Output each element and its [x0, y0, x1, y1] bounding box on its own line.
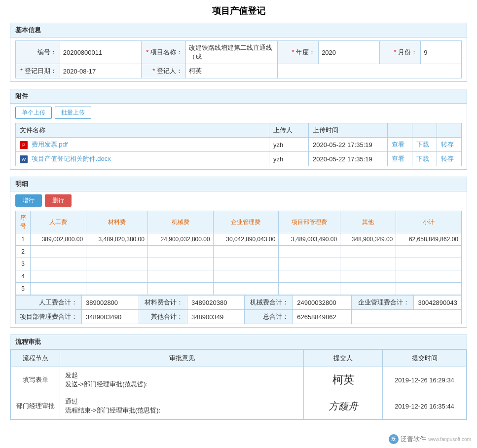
label-sum-xiangmubguanlifei: 项目部管理费合计： — [16, 310, 82, 324]
col-xiaoji: 小计 — [396, 211, 462, 233]
detail-cell-xiaoji-2 — [396, 246, 462, 258]
word-icon: W — [20, 155, 28, 163]
detail-cell-jixiefei-2 — [147, 246, 213, 258]
value-sum-jixiefei: 24900032800 — [293, 296, 351, 310]
detail-cell-xiangmubguanlifei-5 — [279, 283, 340, 295]
detail-cell-seq-3: 3 — [16, 258, 31, 270]
detail-cell-qita-3 — [340, 258, 396, 270]
flow-node-1: 填写表单 — [11, 367, 60, 393]
file-pdf-name: P 费用发票.pdf — [16, 138, 269, 152]
detail-cell-cailiaofei-3 — [86, 258, 148, 270]
attach-row-docx: W 项目产值登记相关附件.docx yzh 2020-05-22 17:35:1… — [16, 152, 462, 166]
value-sum-xiangmubguanlifei: 3489003490 — [82, 310, 139, 324]
detail-cell-qita-2 — [340, 246, 396, 258]
detail-cell-xiaoji-4 — [396, 270, 462, 283]
attachment-table: 文件名称 上传人 上传时间 P 费用发票.pdf yzh 2020-05-22 … — [15, 123, 462, 166]
detail-cell-rengongfei-5 — [31, 283, 86, 295]
value-yuefen: 9 — [421, 41, 462, 64]
flow-opinion-2-line2: 流程结束->部门经理审批(范思哲): — [65, 406, 298, 415]
col-filename: 文件名称 — [16, 123, 269, 138]
summary-row-1: 人工费合计： 389002800 材料费合计： 3489020380 机械费合计… — [16, 296, 462, 310]
col-download — [412, 123, 437, 138]
detail-row-1: 1389,002,800.003,489,020,380.0024,900,03… — [16, 233, 462, 246]
label-djrq: * 登记日期： — [16, 64, 60, 78]
flow-table: 流程节点 审批意见 提交人 提交时间 填写表单 发起 发送->部门经理审批(范思… — [10, 349, 467, 419]
view-link-docx[interactable]: 查看 — [392, 155, 404, 162]
value-sum-qiyeguanlifei: 30042890043 — [414, 296, 462, 310]
detail-cell-seq-1: 1 — [16, 233, 31, 246]
col-view — [388, 123, 412, 138]
required-niandu: * — [292, 48, 294, 56]
detail-cell-xiangmubguanlifei-1: 3,489,003,490.00 — [279, 233, 340, 246]
attachment-body: 单个上传 批量上传 文件名称 上传人 上传时间 P 费用发票.pdf — [10, 104, 467, 169]
value-sum-qita: 348900349 — [187, 310, 245, 324]
basic-info-header: 基本信息 — [10, 23, 467, 37]
single-upload-button[interactable]: 单个上传 — [15, 107, 52, 119]
label-djr: * 登记人： — [142, 64, 186, 78]
save-link-pdf[interactable]: 转存 — [441, 141, 454, 148]
file-docx-save[interactable]: 转存 — [437, 152, 462, 166]
basic-info-section: 基本信息 编号： 20200800011 * 项目名称： 改建铁路线增建第二线直… — [10, 23, 467, 82]
add-row-button[interactable]: 增行 — [15, 194, 42, 207]
label-bianhao: 编号： — [16, 41, 60, 64]
brand-icon: 泛 — [389, 434, 399, 437]
attach-row-pdf: P 费用发票.pdf yzh 2020-05-22 17:35:19 查看 下载… — [16, 138, 462, 152]
empty-cell — [278, 64, 462, 78]
file-docx-time: 2020-05-22 17:35:19 — [309, 152, 388, 166]
detail-buttons-bar: 增行 删行 — [15, 194, 462, 207]
save-link-docx[interactable]: 转存 — [441, 155, 454, 162]
label-sum-rengongfei: 人工费合计： — [16, 296, 82, 310]
download-link-pdf[interactable]: 下载 — [416, 141, 429, 148]
label-sum-qiyeguanlifei: 企业管理费合计： — [351, 296, 414, 310]
flow-row-2: 部门经理审批 通过 流程结束->部门经理审批(范思哲): 方馥舟 2019-12… — [11, 393, 467, 419]
col-flow-submitter: 提交人 — [304, 350, 383, 367]
col-flow-opinion: 审批意见 — [60, 350, 304, 367]
download-link-docx[interactable]: 下载 — [416, 155, 429, 162]
file-pdf-download[interactable]: 下载 — [412, 138, 437, 152]
info-row-2: * 登记日期： 2020-08-17 * 登记人： 柯英 — [16, 64, 462, 78]
col-cailiaofei: 材料费 — [86, 211, 148, 233]
page-title: 项目产值登记 — [10, 5, 467, 17]
detail-cell-jixiefei-5 — [147, 283, 213, 295]
batch-upload-button[interactable]: 批量上传 — [55, 107, 91, 119]
detail-cell-cailiaofei-5 — [86, 283, 148, 295]
file-pdf-view[interactable]: 查看 — [388, 138, 412, 152]
detail-cell-jixiefei-4 — [147, 270, 213, 283]
col-save — [437, 123, 462, 138]
value-djrq: 2020-08-17 — [60, 64, 142, 78]
file-docx-download[interactable]: 下载 — [412, 152, 437, 166]
view-link-pdf[interactable]: 查看 — [392, 141, 404, 148]
summary-empty — [351, 310, 461, 324]
flow-signature-1: 柯英 — [304, 367, 383, 393]
flow-signature-2: 方馥舟 — [304, 393, 383, 419]
detail-cell-xiaoji-5 — [396, 283, 462, 295]
detail-row-5: 5 — [16, 283, 462, 295]
col-qita: 其他 — [340, 211, 396, 233]
required-yuefen: * — [394, 48, 396, 56]
file-pdf-link[interactable]: 费用发票.pdf — [32, 141, 68, 148]
detail-cell-jixiefei-3 — [147, 258, 213, 270]
brand-footer: 泛 泛普软件 www.fanpusoft.com — [389, 434, 471, 437]
file-docx-name: W 项目产值登记相关附件.docx — [16, 152, 269, 166]
attachment-section: 附件 单个上传 批量上传 文件名称 上传人 上传时间 P — [10, 89, 467, 170]
value-sum-cailiaofei: 3489020380 — [187, 296, 245, 310]
flow-node-2: 部门经理审批 — [11, 393, 60, 419]
del-row-button[interactable]: 删行 — [45, 194, 72, 207]
detail-row-3: 3 — [16, 258, 462, 270]
col-jixiefei: 机械费 — [147, 211, 213, 233]
file-docx-view[interactable]: 查看 — [388, 152, 412, 166]
label-sum-jixiefei: 机械费合计： — [244, 296, 293, 310]
required-xmmc: * — [146, 48, 148, 56]
file-docx-link[interactable]: 项目产值登记相关附件.docx — [32, 155, 111, 162]
detail-cell-cailiaofei-1: 3,489,020,380.00 — [86, 233, 148, 246]
detail-cell-xiangmubguanlifei-4 — [279, 270, 340, 283]
detail-cell-seq-2: 2 — [16, 246, 31, 258]
detail-cell-cailiaofei-4 — [86, 270, 148, 283]
flow-body: 流程节点 审批意见 提交人 提交时间 填写表单 发起 发送->部门经理审批(范思… — [10, 349, 467, 419]
file-pdf-save[interactable]: 转存 — [437, 138, 462, 152]
basic-info-body: 编号： 20200800011 * 项目名称： 改建铁路线增建第二线直通线（成 … — [10, 37, 467, 81]
value-sum-rengongfei: 389002800 — [82, 296, 139, 310]
detail-cell-qita-1: 348,900,349.00 — [340, 233, 396, 246]
required-djr: * — [152, 67, 155, 75]
detail-cell-qiyeguanlifei-5 — [213, 283, 279, 295]
